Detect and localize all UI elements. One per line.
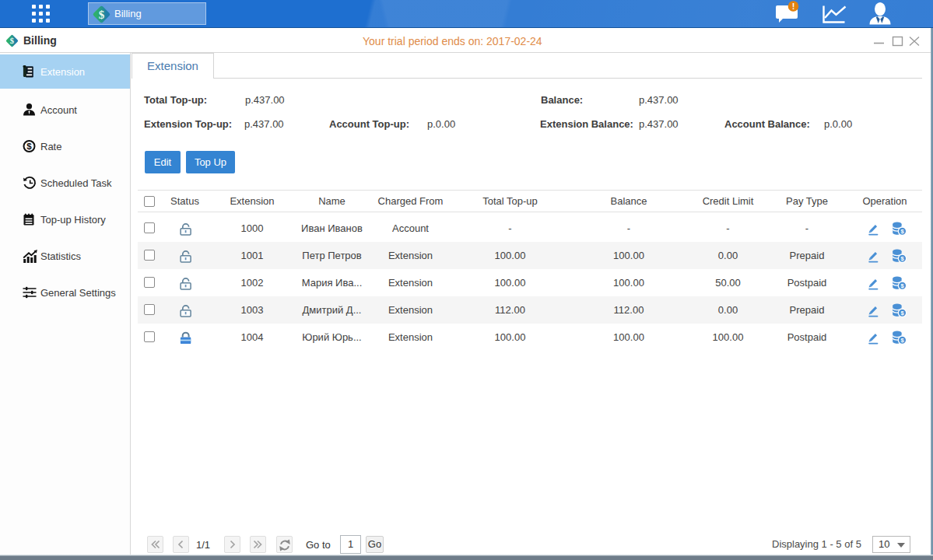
svg-text:$: $ [10,37,14,45]
svg-text:!: ! [792,2,795,11]
svg-text:$: $ [26,142,32,151]
svg-text:$: $ [99,9,105,21]
